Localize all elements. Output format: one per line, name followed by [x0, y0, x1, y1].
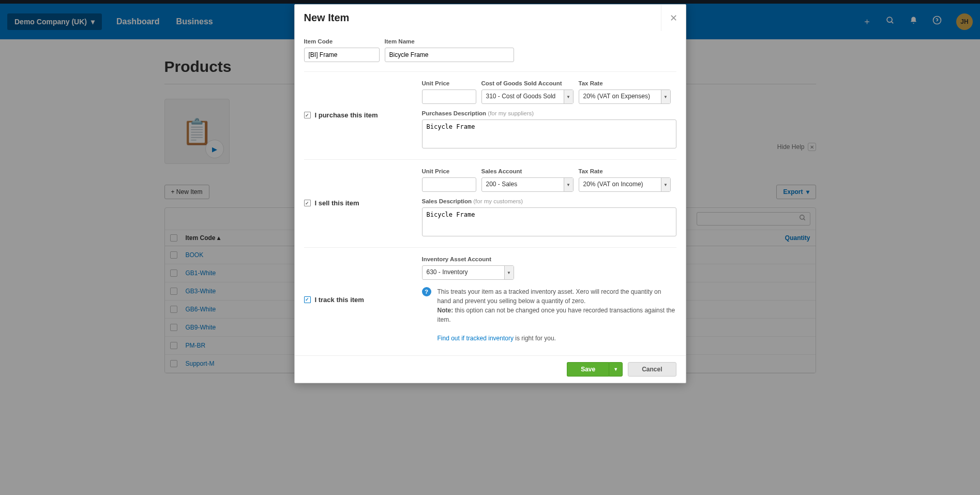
close-button[interactable]: ✕ [661, 5, 686, 31]
tracked-inventory-link[interactable]: Find out if tracked inventory [438, 335, 514, 342]
help-text: This treats your item as a tracked inven… [438, 287, 676, 343]
save-dropdown-button[interactable]: ▼ [609, 362, 623, 373]
sales-account-label: Sales Account [481, 168, 574, 174]
purchase-tax-label: Tax Rate [579, 80, 671, 86]
sell-checkbox[interactable] [304, 200, 311, 206]
purchase-checkbox[interactable] [304, 112, 311, 118]
chevron-down-icon: ▼ [504, 266, 514, 279]
sales-account-select[interactable]: 200 - Sales ▼ [481, 177, 574, 192]
info-icon: ? [422, 287, 431, 296]
modal-title: New Item [304, 12, 350, 24]
sales-desc-label: Sales Description (for my customers) [422, 198, 676, 204]
purchase-unit-price-label: Unit Price [422, 80, 476, 86]
sell-tax-select[interactable]: 20% (VAT on Income) ▼ [579, 177, 671, 192]
sales-desc-textarea[interactable] [422, 207, 676, 236]
save-button[interactable]: Save [567, 362, 609, 373]
sell-unit-price-label: Unit Price [422, 168, 476, 174]
track-checkbox[interactable] [304, 296, 311, 303]
chevron-down-icon: ▼ [564, 90, 573, 103]
sell-label: I sell this item [315, 199, 359, 207]
track-label: I track this item [315, 296, 364, 304]
inventory-account-select[interactable]: 630 - Inventory ▼ [422, 265, 514, 280]
item-name-label: Item Name [385, 38, 514, 44]
purchases-desc-label: Purchases Description (for my suppliers) [422, 110, 676, 116]
chevron-down-icon: ▼ [661, 90, 670, 103]
inventory-account-label: Inventory Asset Account [422, 256, 676, 262]
purchase-label: I purchase this item [315, 111, 378, 119]
purchase-tax-select[interactable]: 20% (VAT on Expenses) ▼ [579, 89, 671, 104]
cogs-account-label: Cost of Goods Sold Account [481, 80, 574, 86]
item-name-input[interactable] [385, 48, 514, 62]
cogs-account-select[interactable]: 310 - Cost of Goods Sold ▼ [481, 89, 574, 104]
cancel-button[interactable]: Cancel [628, 362, 676, 373]
chevron-down-icon: ▼ [564, 178, 573, 191]
item-code-input[interactable] [304, 48, 380, 62]
purchases-desc-textarea[interactable] [422, 119, 676, 148]
new-item-modal: New Item ✕ Item Code Item Name I purchas… [294, 4, 686, 373]
item-code-label: Item Code [304, 38, 380, 44]
purchase-unit-price-input[interactable] [422, 89, 476, 104]
sell-unit-price-input[interactable] [422, 177, 476, 192]
sell-tax-label: Tax Rate [579, 168, 671, 174]
chevron-down-icon: ▼ [661, 178, 670, 191]
